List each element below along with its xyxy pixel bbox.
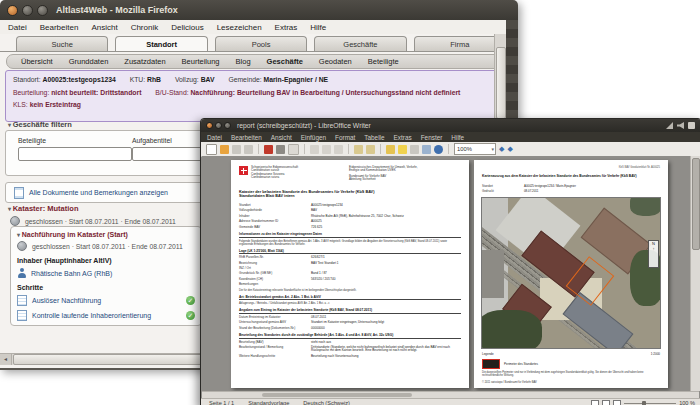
menu-datei[interactable]: Datei	[207, 134, 222, 141]
menu-format[interactable]: Format	[335, 134, 355, 141]
beteiligte-input[interactable]	[18, 147, 132, 161]
volume-icon[interactable]	[677, 122, 684, 129]
sub-tab-bar: Übersicht Grunddaten Zusatzdaten Beurtei…	[6, 54, 506, 69]
vscroll-thumb[interactable]	[692, 158, 700, 250]
inhaber-link[interactable]: Rhätische Bahn AG (RhB)	[31, 270, 112, 277]
email-icon[interactable]	[244, 145, 253, 154]
system-tray	[666, 122, 695, 129]
menu-ansicht[interactable]: Ansicht	[271, 134, 292, 141]
book-view-icon[interactable]	[613, 400, 621, 405]
vscroll-thumb[interactable]	[496, 47, 506, 119]
menu-lesezeichen[interactable]: Lesezeichen	[217, 23, 262, 32]
step-ausloeser[interactable]: Auslöser Nachführung	[32, 297, 101, 304]
open-icon[interactable]	[220, 145, 229, 154]
subtab-beteiligte[interactable]: Beteiligte	[368, 57, 399, 66]
menu-extras[interactable]: Extras	[275, 23, 298, 32]
form-row: Untersuchungsstand gemäss AltlVStandort …	[239, 321, 461, 324]
menu-tabelle[interactable]: Tabelle	[364, 134, 384, 141]
hyperlink-globe-icon[interactable]	[434, 145, 443, 154]
zoom-combobox[interactable]: 100%	[454, 143, 496, 155]
maximize-button[interactable]	[37, 5, 48, 16]
standort-label: Standort:	[13, 76, 41, 83]
save-icon[interactable]	[232, 145, 241, 154]
zoom-slider-knob[interactable]	[642, 401, 646, 405]
subtab-blog[interactable]: Blog	[236, 57, 251, 66]
menu-delicious[interactable]: Delicious	[171, 23, 203, 32]
menu-chronik[interactable]: Chronik	[131, 23, 159, 32]
multi-page-view-icon[interactable]	[602, 400, 610, 405]
writer-titlebar[interactable]: report (schreibgeschützt) - LibreOffice …	[201, 119, 700, 132]
paste-icon[interactable]	[334, 145, 343, 154]
kataster-section-header[interactable]: Kataster: Mutation	[8, 204, 79, 213]
tab-standort[interactable]: Standort	[115, 36, 207, 51]
gemeinde-label: Gemeinde:	[228, 76, 261, 83]
statusbar-zoom-value[interactable]: 100 %	[679, 400, 695, 405]
writer-vertical-scrollbar[interactable]	[690, 156, 700, 391]
menu-hilfe[interactable]: Hilfe	[451, 134, 464, 141]
minimize-button[interactable]	[22, 5, 33, 16]
step-row[interactable]: Auslöser Nachführung	[17, 295, 195, 306]
cut-icon[interactable]	[310, 145, 319, 154]
network-icon[interactable]	[666, 122, 673, 129]
tab-suche[interactable]: Suche	[16, 36, 108, 51]
subtab-geodaten[interactable]: Geodaten	[319, 57, 352, 66]
print-icon[interactable]	[276, 145, 285, 154]
menu-hilfe[interactable]: Hilfe	[310, 23, 326, 32]
redo-icon[interactable]	[366, 145, 375, 154]
single-page-view-icon[interactable]	[591, 400, 599, 405]
form-row: Bemerkungen	[239, 283, 461, 286]
menu-datei[interactable]: Datei	[8, 23, 27, 32]
tab-pools[interactable]: Pools	[215, 36, 307, 51]
zoom-slider[interactable]	[624, 403, 676, 404]
pdf-export-icon[interactable]	[264, 145, 273, 154]
all-documents-link[interactable]: Alle Dokumente und Bemerkungen anzeigen	[14, 187, 168, 199]
north-label: N	[652, 241, 655, 246]
menu-extras[interactable]: Extras	[394, 134, 412, 141]
copy-icon[interactable]	[322, 145, 331, 154]
scroll-left-arrow[interactable]: ◂	[0, 354, 12, 365]
maximize-button[interactable]	[224, 122, 231, 129]
step-row[interactable]: Kontrolle laufende Inhaberorientierung	[17, 310, 195, 321]
menu-ansicht[interactable]: Ansicht	[91, 23, 117, 32]
subtab-beurteilung[interactable]: Beurteilung	[182, 57, 220, 66]
close-button[interactable]	[7, 5, 18, 16]
dept-line: Energie und Kommunikation UVEK	[349, 169, 461, 172]
statusbar-page[interactable]: Seite 1 / 1	[209, 400, 234, 405]
find-icon[interactable]	[410, 145, 419, 154]
gallery-icon[interactable]	[386, 145, 395, 154]
statusbar-language[interactable]: Deutsch (Schweiz)	[303, 400, 350, 405]
nav-next-icon[interactable]: ◆	[507, 145, 512, 153]
app-tab-strip: Suche Standort Pools Geschäfte Firma	[0, 36, 506, 52]
subtab-zusatzdaten[interactable]: Zusatzdaten	[124, 57, 165, 66]
new-document-icon[interactable]	[206, 144, 217, 155]
subtab-uebersicht[interactable]: Übersicht	[21, 57, 53, 66]
print-preview-icon[interactable]	[288, 144, 299, 155]
nav-previous-icon[interactable]: ◆	[499, 145, 504, 153]
battery-icon[interactable]	[688, 122, 695, 129]
menu-bearbeiten[interactable]: Bearbeiten	[231, 134, 262, 141]
menu-fenster[interactable]: Fenster	[421, 134, 443, 141]
menu-bearbeiten[interactable]: Bearbeiten	[40, 23, 79, 32]
hscroll-thumb[interactable]	[262, 393, 412, 397]
firefox-titlebar[interactable]: Altlast4Web - Mozilla Firefox	[0, 0, 518, 20]
form-row: Standort A00025:testgeops1234 / Marin-Ep…	[482, 185, 660, 188]
form-row: Gemeinde BAV726 625	[239, 226, 461, 229]
confed-line: Confederaziun svizra	[251, 176, 298, 179]
step-kontrolle[interactable]: Kontrolle laufende Inhaberorientierung	[32, 312, 151, 319]
close-button[interactable]	[206, 122, 213, 129]
tab-geschaefte[interactable]: Geschäfte	[314, 36, 406, 51]
card-title[interactable]: Nachführung im Kataster (Start)	[17, 231, 195, 238]
inhaber-row[interactable]: Rhätische Bahn AG (RhB)	[17, 268, 195, 278]
menu-einfuegen[interactable]: Einfügen	[301, 134, 326, 141]
tab-firma[interactable]: Firma	[414, 36, 506, 51]
navigator-icon[interactable]	[398, 145, 407, 154]
subtab-grunddaten[interactable]: Grunddaten	[69, 57, 109, 66]
minimize-button[interactable]	[215, 122, 222, 129]
statusbar-style[interactable]: Standardvorlage	[248, 400, 289, 405]
subtab-geschaefte[interactable]: Geschäfte	[267, 57, 303, 66]
undo-icon[interactable]	[354, 145, 363, 154]
scroll-thumb[interactable]	[13, 354, 225, 365]
document-area[interactable]: Schweizerische Eidgenossenschaft Confédé…	[202, 156, 699, 391]
filter-section-header[interactable]: Geschäfte filtern	[8, 120, 72, 129]
zoom-icon[interactable]	[422, 145, 431, 154]
